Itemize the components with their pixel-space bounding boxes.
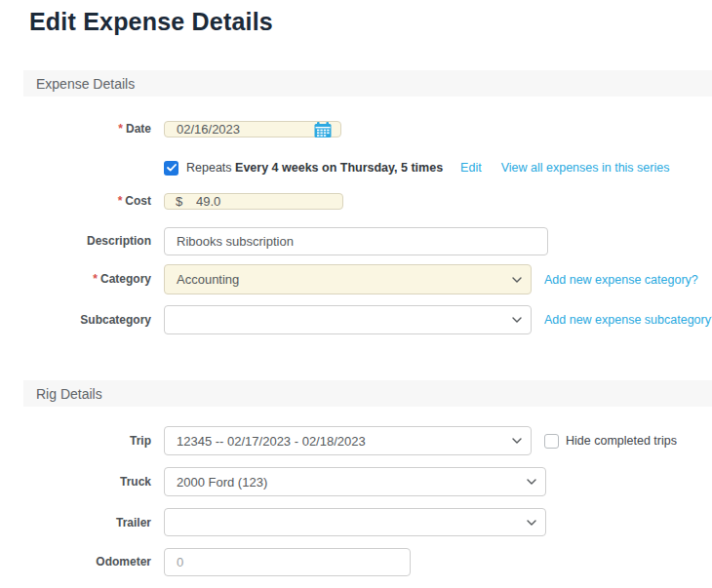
chevron-down-icon: [512, 277, 522, 283]
subcategory-row: Subcategory Add new expense subcategory?: [23, 305, 712, 334]
repeats-summary: Every 4 weeks on Thursday, 5 times: [235, 161, 443, 175]
edit-expense-page: Edit Expense Details Expense Details *Da…: [0, 0, 712, 588]
trip-row: Trip 12345 -- 02/17/2023 - 02/18/2023 Hi…: [23, 426, 712, 455]
expense-details-section-header: Expense Details: [23, 70, 712, 97]
checkmark-icon: [167, 164, 177, 172]
trip-label: Trip: [23, 434, 151, 448]
rig-details-section-title: Rig Details: [36, 386, 102, 402]
truck-selected-value: 2000 Ford (123): [177, 475, 267, 490]
category-label: *Category: [23, 272, 151, 286]
truck-row: Truck 2000 Ford (123): [23, 467, 712, 496]
subcategory-select[interactable]: [164, 305, 532, 334]
odometer-row: Odometer: [23, 548, 712, 576]
required-marker: *: [93, 272, 98, 286]
currency-symbol: $: [176, 194, 182, 209]
description-row: Description: [23, 227, 712, 255]
repeats-checkbox[interactable]: [164, 161, 178, 176]
view-series-link[interactable]: View all expenses in this series: [501, 161, 670, 175]
add-subcategory-link[interactable]: Add new expense subcategory?: [544, 313, 712, 327]
trailer-select[interactable]: [164, 508, 546, 536]
edit-repeat-link[interactable]: Edit: [460, 161, 482, 175]
add-category-link[interactable]: Add new expense category?: [544, 273, 698, 287]
trip-selected-value: 12345 -- 02/17/2023 - 02/18/2023: [177, 434, 366, 449]
odometer-label: Odometer: [23, 555, 151, 568]
category-select[interactable]: Accounting: [164, 264, 532, 294]
trip-select[interactable]: 12345 -- 02/17/2023 - 02/18/2023: [164, 426, 532, 455]
date-row: *Date: [23, 113, 712, 145]
hide-completed-trips-label: Hide completed trips: [566, 434, 677, 448]
cost-row: *Cost $: [23, 186, 712, 216]
repeats-label: Repeats Every 4 weeks on Thursday, 5 tim…: [186, 161, 443, 175]
trailer-row: Trailer: [23, 508, 712, 536]
subcategory-label: Subcategory: [23, 313, 151, 327]
cost-label: *Cost: [23, 194, 151, 208]
calendar-icon[interactable]: [314, 121, 332, 137]
repeats-row: Repeats Every 4 weeks on Thursday, 5 tim…: [164, 158, 712, 177]
category-selected-value: Accounting: [177, 272, 239, 287]
truck-select[interactable]: 2000 Ford (123): [164, 467, 546, 496]
chevron-down-icon: [512, 317, 522, 323]
odometer-input[interactable]: [164, 548, 411, 576]
expense-details-section-title: Expense Details: [36, 76, 135, 92]
chevron-down-icon: [512, 438, 522, 444]
hide-completed-trips-option: Hide completed trips: [544, 434, 677, 449]
chevron-down-icon: [527, 520, 536, 526]
cost-input[interactable]: [164, 193, 343, 210]
category-row: *Category Accounting Add new expense cat…: [23, 264, 712, 294]
required-marker: *: [118, 194, 123, 208]
hide-completed-trips-checkbox[interactable]: [544, 434, 559, 449]
truck-label: Truck: [23, 475, 151, 489]
description-input[interactable]: [164, 227, 548, 255]
chevron-down-icon: [527, 479, 536, 485]
rig-details-section-header: Rig Details: [23, 380, 712, 407]
date-label: *Date: [23, 122, 151, 136]
page-title: Edit Expense Details: [29, 8, 273, 36]
required-marker: *: [118, 122, 123, 136]
trailer-label: Trailer: [23, 516, 151, 529]
description-label: Description: [23, 234, 151, 248]
